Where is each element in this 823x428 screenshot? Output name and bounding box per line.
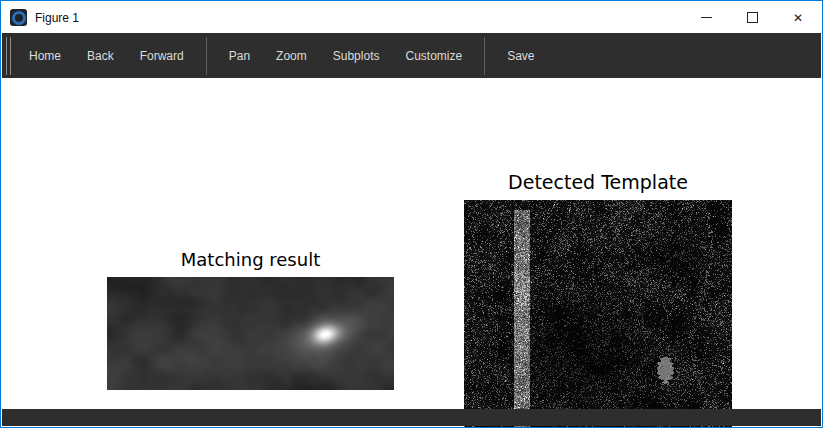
pan-button[interactable]: Pan — [216, 41, 263, 71]
minimize-icon — [701, 17, 712, 18]
maximize-icon — [747, 12, 758, 23]
forward-button[interactable]: Forward — [127, 41, 197, 71]
plot-title-matching-result: Matching result — [107, 249, 394, 270]
back-button[interactable]: Back — [74, 41, 127, 71]
figure-window: Figure 1 ✕ Home Back Forward Pan Zoom Su… — [0, 0, 823, 428]
close-icon: ✕ — [793, 12, 803, 24]
toolbar-grip-handle[interactable] — [6, 37, 11, 75]
customize-button[interactable]: Customize — [392, 41, 475, 71]
minimize-button[interactable] — [683, 2, 729, 33]
detected-template-image[interactable] — [464, 200, 732, 428]
plot-title-detected-template: Detected Template — [464, 171, 732, 193]
toolbar-separator — [484, 37, 485, 75]
matplotlib-ring-glyph — [12, 11, 26, 25]
close-button[interactable]: ✕ — [775, 2, 821, 33]
toolbar: Home Back Forward Pan Zoom Subplots Cust… — [2, 33, 821, 78]
maximize-button[interactable] — [729, 2, 775, 33]
figure-canvas[interactable]: Matching result Detected Template — [2, 78, 821, 409]
matplotlib-icon — [10, 9, 27, 26]
window-controls: ✕ — [683, 2, 821, 33]
zoom-button[interactable]: Zoom — [263, 41, 320, 71]
statusbar-message — [2, 409, 821, 426]
window-title: Figure 1 — [35, 11, 79, 25]
subplots-button[interactable]: Subplots — [320, 41, 393, 71]
save-button[interactable]: Save — [494, 41, 547, 71]
toolbar-separator — [206, 37, 207, 75]
matching-result-image[interactable] — [107, 277, 394, 390]
home-button[interactable]: Home — [16, 41, 74, 71]
titlebar[interactable]: Figure 1 ✕ — [2, 2, 821, 33]
